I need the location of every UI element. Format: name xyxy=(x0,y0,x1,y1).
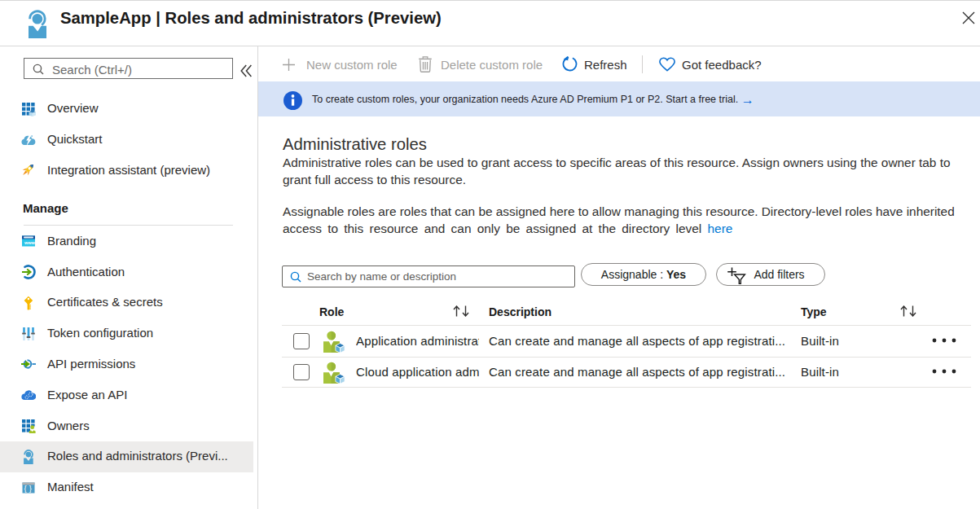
svg-text:}: } xyxy=(29,484,32,493)
svg-text:{: { xyxy=(24,484,27,493)
svg-text:www: www xyxy=(24,240,36,245)
